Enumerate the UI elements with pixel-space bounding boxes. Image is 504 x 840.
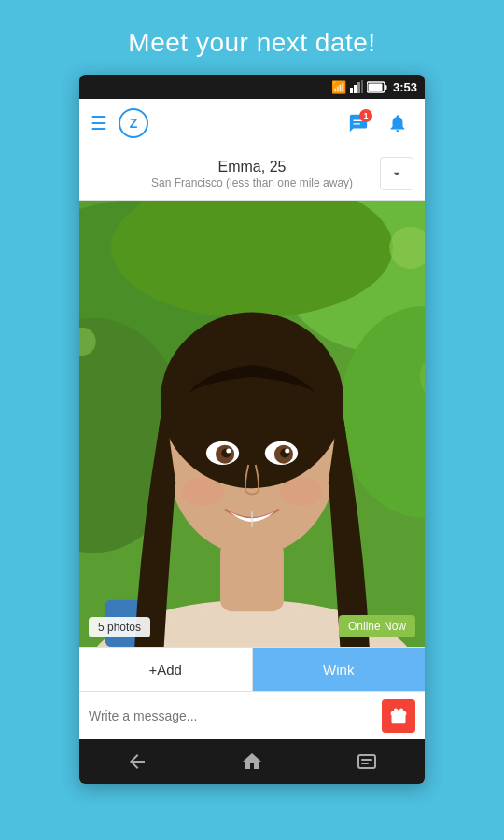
action-buttons: +Add Wink bbox=[79, 647, 425, 691]
svg-rect-1 bbox=[354, 85, 357, 93]
dropdown-button[interactable] bbox=[380, 157, 413, 190]
recents-icon bbox=[356, 750, 378, 773]
svg-rect-6 bbox=[368, 83, 382, 91]
svg-rect-0 bbox=[350, 88, 353, 93]
svg-point-29 bbox=[285, 448, 289, 453]
photos-badge[interactable]: 5 photos bbox=[89, 617, 150, 637]
app-logo: Z bbox=[119, 108, 148, 138]
bell-button[interactable] bbox=[382, 107, 413, 139]
message-bar bbox=[79, 691, 425, 739]
home-icon bbox=[241, 750, 263, 773]
chevron-down-icon bbox=[389, 166, 404, 181]
profile-name: Emma, 25 bbox=[124, 159, 380, 175]
bottom-nav bbox=[79, 739, 425, 784]
notification-button[interactable]: 1 bbox=[343, 107, 374, 139]
profile-header: Emma, 25 San Francisco (less than one mi… bbox=[79, 147, 425, 201]
hamburger-icon[interactable]: ☰ bbox=[91, 112, 107, 134]
notification-badge: 1 bbox=[359, 109, 372, 122]
svg-rect-2 bbox=[357, 82, 360, 93]
wink-button[interactable]: Wink bbox=[253, 648, 426, 691]
phone-frame: 📶 3:53 ☰ Z 1 bbox=[79, 75, 425, 784]
svg-point-28 bbox=[226, 448, 231, 453]
app-bar: ☰ Z 1 bbox=[79, 99, 425, 147]
gift-icon bbox=[389, 707, 408, 725]
profile-info: Emma, 25 San Francisco (less than one mi… bbox=[124, 159, 380, 189]
status-time: 3:53 bbox=[393, 80, 417, 94]
signal-icon bbox=[350, 80, 363, 93]
profile-location: San Francisco (less than one mile away) bbox=[124, 176, 380, 189]
online-status-badge: Online Now bbox=[339, 615, 415, 637]
wifi-icon: 📶 bbox=[331, 80, 346, 94]
back-button[interactable] bbox=[126, 750, 148, 773]
status-bar: 📶 3:53 bbox=[79, 75, 425, 99]
back-icon bbox=[126, 750, 148, 773]
svg-rect-34 bbox=[361, 763, 369, 764]
profile-photo bbox=[79, 201, 425, 647]
svg-rect-5 bbox=[385, 85, 386, 90]
svg-rect-33 bbox=[361, 759, 372, 761]
add-button[interactable]: +Add bbox=[79, 648, 253, 691]
recents-button[interactable] bbox=[356, 750, 378, 773]
svg-rect-3 bbox=[361, 80, 363, 93]
photo-area: 5 photos Online Now bbox=[79, 201, 425, 647]
battery-icon bbox=[367, 81, 387, 93]
status-icons: 📶 3:53 bbox=[331, 80, 417, 94]
svg-point-30 bbox=[182, 478, 224, 506]
svg-rect-32 bbox=[358, 755, 375, 768]
svg-point-31 bbox=[280, 478, 322, 506]
app-tagline: Meet your next date! bbox=[128, 28, 375, 58]
gift-button[interactable] bbox=[382, 699, 415, 733]
bell-icon bbox=[387, 113, 408, 133]
home-button[interactable] bbox=[241, 750, 263, 773]
message-input[interactable] bbox=[89, 708, 374, 723]
